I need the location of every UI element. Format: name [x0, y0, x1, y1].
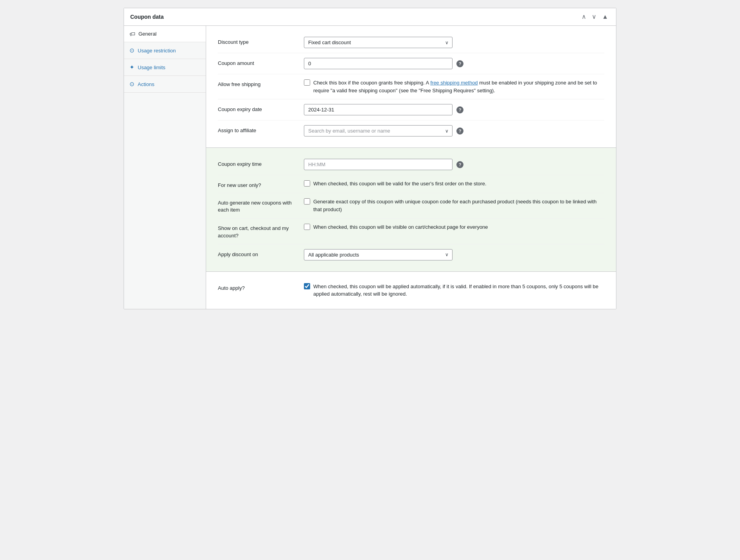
row-show-on-cart: Show on cart, checkout and my account? W… [218, 219, 604, 244]
label-coupon-expiry-date: Coupon expiry date [218, 104, 304, 112]
row-assign-affiliate: Assign to affiliate Search by email, use… [218, 120, 604, 141]
affiliate-select-wrap: Search by email, username or name ∨ [304, 125, 453, 136]
show-on-cart-checkbox[interactable] [304, 224, 310, 230]
auto-apply-checkbox-wrap: When checked, this coupon will be applie… [304, 283, 604, 298]
auto-generate-description: Generate exact copy of this coupon with … [313, 198, 604, 213]
show-on-cart-checkbox-wrap: When checked, this coupon will be visibl… [304, 223, 488, 231]
row-apply-discount-on: Apply discount on All applicable product… [218, 244, 604, 265]
row-coupon-expiry-time: Coupon expiry time ? [218, 154, 604, 175]
auto-apply-description: When checked, this coupon will be applie… [313, 283, 604, 298]
sidebar-label-usage-limits: Usage limits [138, 65, 165, 70]
label-coupon-expiry-time: Coupon expiry time [218, 159, 304, 167]
label-apply-discount-on: Apply discount on [218, 249, 304, 257]
section-general-white: Discount type Percentage discount Fixed … [206, 26, 616, 147]
allow-free-shipping-checkbox[interactable] [304, 79, 310, 86]
coupon-expiry-date-input[interactable] [304, 104, 453, 115]
sidebar-item-usage-restriction[interactable]: ⊙ Usage restriction [124, 42, 206, 59]
row-allow-free-shipping: Allow free shipping Check this box if th… [218, 74, 604, 99]
section-general-white-bottom: Auto apply? When checked, this coupon wi… [206, 272, 616, 309]
control-show-on-cart: When checked, this coupon will be visibl… [304, 223, 604, 231]
control-new-user-only: When checked, this coupon will be valid … [304, 180, 604, 188]
restriction-icon: ⊙ [129, 47, 135, 54]
assign-affiliate-help-icon[interactable]: ? [456, 127, 463, 135]
row-auto-apply: Auto apply? When checked, this coupon wi… [218, 278, 604, 303]
control-coupon-expiry-date: ? [304, 104, 604, 115]
sidebar-item-usage-limits[interactable]: ✦ Usage limits [124, 59, 206, 76]
new-user-only-description: When checked, this coupon will be valid … [313, 180, 487, 188]
limits-icon: ✦ [129, 64, 135, 71]
row-coupon-amount: Coupon amount ? [218, 53, 604, 74]
coupon-amount-input[interactable] [304, 58, 453, 69]
main-content: Discount type Percentage discount Fixed … [206, 26, 616, 309]
control-apply-discount-on: All applicable products Cheapest product… [304, 249, 604, 260]
tag-icon: 🏷 [129, 31, 135, 37]
label-allow-free-shipping: Allow free shipping [218, 79, 304, 87]
section-general-green: Coupon expiry time ? For new user only? … [206, 148, 616, 271]
coupon-expiry-date-help-icon[interactable]: ? [456, 106, 463, 113]
free-shipping-description: Check this box if the coupon grants free… [313, 79, 604, 94]
sidebar-item-actions[interactable]: ⊙ Actions [124, 76, 206, 93]
row-coupon-expiry-date: Coupon expiry date ? [218, 99, 604, 120]
sidebar-label-general: General [138, 31, 156, 37]
control-coupon-amount: ? [304, 58, 604, 69]
auto-generate-checkbox-wrap: Generate exact copy of this coupon with … [304, 198, 604, 213]
row-new-user-only: For new user only? When checked, this co… [218, 175, 604, 193]
sidebar-item-general[interactable]: 🏷 General [124, 26, 206, 42]
apply-discount-select-wrap: All applicable products Cheapest product… [304, 249, 453, 260]
panel-title: Coupon data [130, 14, 164, 20]
free-shipping-method-link[interactable]: free shipping method [430, 80, 478, 86]
sidebar-label-actions: Actions [138, 81, 154, 87]
new-user-checkbox-wrap: When checked, this coupon will be valid … [304, 180, 487, 188]
collapse-up-button[interactable]: ∧ [580, 13, 588, 21]
control-coupon-expiry-time: ? [304, 159, 604, 170]
collapse-down-button[interactable]: ∨ [590, 13, 598, 21]
new-user-only-checkbox[interactable] [304, 180, 310, 187]
show-on-cart-description: When checked, this coupon will be visibl… [313, 223, 488, 231]
control-assign-affiliate: Search by email, username or name ∨ ? [304, 125, 604, 136]
coupon-amount-help-icon[interactable]: ? [456, 60, 463, 67]
auto-apply-checkbox[interactable] [304, 283, 310, 289]
label-show-on-cart: Show on cart, checkout and my account? [218, 223, 304, 239]
control-auto-apply: When checked, this coupon will be applie… [304, 283, 604, 298]
control-auto-generate: Generate exact copy of this coupon with … [304, 198, 604, 213]
label-auto-apply: Auto apply? [218, 283, 304, 291]
label-assign-affiliate: Assign to affiliate [218, 125, 304, 133]
header-controls: ∧ ∨ ▲ [580, 13, 610, 21]
control-allow-free-shipping: Check this box if the coupon grants free… [304, 79, 604, 94]
sidebar-label-usage-restriction: Usage restriction [138, 48, 176, 54]
panel-body: 🏷 General ⊙ Usage restriction ✦ Usage li… [124, 26, 616, 309]
panel-header: Coupon data ∧ ∨ ▲ [124, 8, 616, 26]
coupon-data-panel: Coupon data ∧ ∨ ▲ 🏷 General ⊙ Usage rest… [124, 8, 616, 309]
discount-type-select-wrap: Percentage discount Fixed cart discount … [304, 37, 453, 48]
auto-generate-checkbox[interactable] [304, 198, 310, 205]
coupon-expiry-time-input[interactable] [304, 159, 453, 170]
free-shipping-checkbox-wrap: Check this box if the coupon grants free… [304, 79, 604, 94]
discount-type-select[interactable]: Percentage discount Fixed cart discount … [304, 37, 453, 48]
label-coupon-amount: Coupon amount [218, 58, 304, 66]
coupon-expiry-time-help-icon[interactable]: ? [456, 161, 463, 168]
actions-icon: ⊙ [129, 81, 135, 88]
sidebar: 🏷 General ⊙ Usage restriction ✦ Usage li… [124, 26, 206, 309]
control-discount-type: Percentage discount Fixed cart discount … [304, 37, 604, 48]
label-auto-generate: Auto generate new coupons with each item [218, 198, 304, 214]
label-new-user-only: For new user only? [218, 180, 304, 188]
expand-button[interactable]: ▲ [600, 13, 610, 21]
row-discount-type: Discount type Percentage discount Fixed … [218, 32, 604, 53]
row-auto-generate: Auto generate new coupons with each item… [218, 193, 604, 219]
apply-discount-on-select[interactable]: All applicable products Cheapest product… [304, 249, 453, 260]
assign-affiliate-select[interactable]: Search by email, username or name [304, 125, 453, 136]
label-discount-type: Discount type [218, 37, 304, 45]
